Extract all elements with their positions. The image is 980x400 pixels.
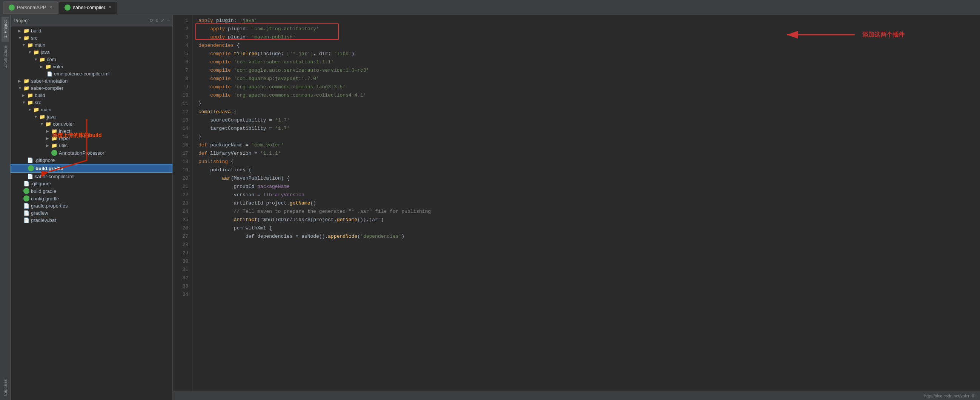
gradle-icon-root (23, 188, 29, 194)
gradle-icon-selected (28, 165, 34, 171)
tree-item-utils[interactable]: ▶ 📁 utils (11, 142, 172, 149)
folder-icon-java: 📁 (33, 49, 39, 55)
arrow-main-inner: ▼ (28, 108, 33, 112)
tree-label-gradlew: gradlew (31, 210, 48, 216)
tree-label-gradle-props: gradle.properties (31, 203, 68, 209)
tree-item-main[interactable]: ▼ 📁 main (11, 41, 172, 49)
tree-label-main-inner: main (41, 107, 51, 112)
tree-label-voler: voler (53, 64, 64, 69)
tree-label-utils: utils (59, 143, 67, 148)
code-line-8: compile 'com.google.auto.service:auto-se… (199, 67, 980, 75)
arrow-utils: ▶ (46, 143, 51, 148)
code-line-20: def libraryVersion = '1.1.1' (199, 150, 980, 158)
tree-item-build-inner[interactable]: ▶ 📁 build (11, 92, 172, 99)
tab-saber-label: saber-compiler (73, 5, 105, 10)
tree-item-gitignore-root[interactable]: 📄 .gitignore (11, 180, 172, 187)
tree-item-build-top[interactable]: ▶ 📁 build (11, 27, 172, 34)
tab-close-personal[interactable]: ✕ (49, 5, 52, 10)
tab-personal-label: PersonalAPP (17, 5, 46, 10)
tree-item-iml-omni[interactable]: 📄 omnipotence-compiler.iml (11, 70, 172, 77)
bat-icon: 📄 (23, 217, 29, 223)
tree-item-java[interactable]: ▼ 📁 java (11, 49, 172, 56)
tree-item-gradle-props[interactable]: 📄 gradle.properties (11, 202, 172, 209)
tree-label-saber-annotation: saber-annotation (31, 78, 68, 84)
tree-item-saber-compiler-iml[interactable]: 📄 saber-compiler.iml (11, 173, 172, 180)
sync-icon[interactable]: ⟳ (150, 18, 154, 23)
tree-item-voler[interactable]: ▶ 📁 voler (11, 63, 172, 70)
folder-icon-main-inner: 📁 (33, 107, 39, 112)
code-line-18: } (199, 133, 980, 141)
tree-item-build-gradle-selected[interactable]: build.gradle (11, 164, 172, 173)
file-icon-iml: 📄 (47, 71, 52, 76)
vertical-sidebar: 1: Project Z: Structure Captures (0, 15, 11, 400)
tree-item-gradlew[interactable]: 📄 gradlew (11, 209, 172, 217)
arrow-main: ▼ (22, 43, 27, 47)
tree-item-gitignore-inner[interactable]: 📄 .gitignore (11, 156, 172, 164)
tree-item-repor[interactable]: ▶ 📁 repor (11, 135, 172, 142)
expand-icon[interactable]: ⤢ (161, 18, 164, 23)
tree-label-build-top: build (31, 28, 41, 33)
tree-label-gitignore-root: .gitignore (31, 181, 51, 186)
code-line-5: dependencies { (199, 41, 980, 50)
tree-item-com-voler[interactable]: ▼ 📁 com.voler (11, 120, 172, 127)
tree-label-java: java (41, 49, 50, 55)
vtab-captures[interactable]: Captures (2, 376, 9, 400)
tree-item-config-gradle[interactable]: config.gradle (11, 195, 172, 202)
script-icon: 📄 (23, 210, 29, 216)
folder-icon: 📁 (23, 28, 29, 33)
code-line-3: apply plugin: 'maven-publish' (199, 33, 980, 41)
gradle-file-icon (51, 150, 57, 156)
tree-item-annotation-processor[interactable]: AnnotationProcessor (11, 149, 172, 156)
code-line-12: compile 'org.apache.commons:commons-coll… (199, 91, 980, 100)
code-container: 12345 678910 1112131415 1617181920 21222… (173, 15, 980, 391)
gitignore-icon-inner: 📄 (27, 157, 33, 163)
tree-item-src[interactable]: ▼ 📁 src (11, 34, 172, 41)
folder-icon-src: 📁 (23, 35, 29, 41)
tree-item-main-inner[interactable]: ▼ 📁 main (11, 106, 172, 113)
tree-label-src: src (31, 35, 37, 41)
iml-icon: 📄 (27, 174, 33, 179)
code-line-27: groupId packageName (199, 183, 980, 191)
folder-icon-java-inner: 📁 (39, 114, 45, 120)
code-line-17: targetCompatibility = '1.7' (199, 124, 980, 133)
code-content[interactable]: apply plugin: 'java' apply plugin: 'com.… (192, 15, 980, 391)
vtab-project[interactable]: 1: Project (2, 17, 9, 41)
status-url: http://blog.csdn.net/voler_lili (924, 394, 975, 398)
collapse-icon[interactable]: — (167, 18, 169, 23)
code-line-32: artifact("$buildDir/libs/${project.getNa… (199, 216, 980, 224)
tree-item-saber-annotation[interactable]: ▶ 📁 saber-annotation (11, 77, 172, 84)
status-bar: http://blog.csdn.net/voler_lili (173, 391, 980, 400)
line-numbers: 12345 678910 1112131415 1617181920 21222… (173, 15, 192, 391)
code-line-16: sourceCompatibility = '1.7' (199, 116, 980, 124)
folder-icon-utils: 📁 (51, 143, 57, 148)
tree-item-com[interactable]: ▼ 📁 com (11, 56, 172, 63)
arrow-inject: ▶ (46, 129, 51, 133)
tree-label-src-inner: src (35, 100, 41, 105)
vtab-structure[interactable]: Z: Structure (2, 42, 9, 71)
tree-item-java-inner[interactable]: ▼ 📁 java (11, 113, 172, 120)
project-tree: ▶ 📁 build ▼ 📁 src ▼ 📁 main (11, 26, 172, 400)
code-line-26: aar(MavenPublication) { (199, 174, 980, 183)
tree-item-build-gradle-root[interactable]: build.gradle (11, 187, 172, 195)
tree-label-gradlew-bat: gradlew.bat (31, 217, 56, 223)
tree-item-gradlew-bat[interactable]: 📄 gradlew.bat (11, 217, 172, 224)
editor-area: 12345 678910 1112131415 1617181920 21222… (173, 15, 980, 400)
code-line-11: compile 'org.apache.commons:commons-lang… (199, 83, 980, 91)
tree-label-saber-iml: saber-compiler.iml (35, 174, 74, 179)
panel-title: Project (14, 18, 29, 23)
tab-close-saber[interactable]: ✕ (108, 5, 111, 10)
arrow-build-top: ▶ (18, 29, 23, 33)
arrow-java-inner: ▼ (34, 115, 39, 119)
arrow-com-voler: ▼ (40, 122, 45, 126)
tab-bar: PersonalAPP ✕ saber-compiler ✕ (0, 0, 980, 15)
tree-label-saber-compiler-folder: saber-compiler (31, 85, 64, 91)
code-line-33: pom.withXml { (199, 224, 980, 233)
gear-icon[interactable]: ⚙ (156, 18, 158, 23)
tree-item-saber-compiler-folder[interactable]: ▼ 📁 saber-compiler (11, 84, 172, 92)
tree-item-inject[interactable]: ▶ 📁 inject (11, 127, 172, 135)
tab-saber-compiler[interactable]: saber-compiler ✕ (59, 1, 117, 14)
folder-icon-saber-ann: 📁 (23, 78, 29, 84)
tree-item-src-inner[interactable]: ▼ 📁 src (11, 99, 172, 106)
tab-personal-app[interactable]: PersonalAPP ✕ (3, 1, 58, 14)
tree-label-java-inner: java (47, 114, 56, 120)
